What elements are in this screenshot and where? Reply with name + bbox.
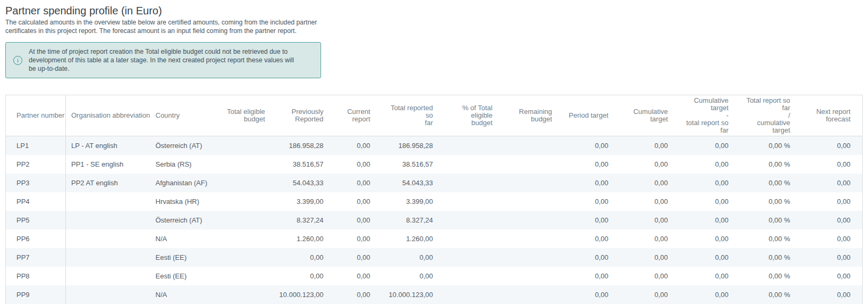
table-cell: 0,00: [620, 211, 680, 229]
table-cell: 0,00: [620, 192, 680, 211]
table-cell: 0,00: [335, 192, 382, 211]
table-cell: 0,00: [564, 192, 620, 211]
table-cell: 0,00: [680, 267, 740, 285]
table-cell: [445, 136, 504, 155]
table-cell: [445, 192, 504, 211]
table-cell: [504, 267, 564, 285]
table-cell: [224, 136, 277, 155]
table-cell: 0,00: [680, 155, 740, 174]
table-cell: PP5: [6, 211, 66, 229]
table-cell: 54.043,33: [382, 174, 445, 192]
table-cell: 0,00: [564, 155, 620, 174]
table-cell: [504, 248, 564, 267]
column-header: Partner number: [6, 95, 66, 136]
table-cell: 186.958,28: [382, 136, 445, 155]
table-cell: 0,00: [680, 174, 740, 192]
table-cell: 1.260,00: [277, 229, 335, 248]
table-cell: 0,00: [802, 248, 863, 267]
table-cell: [504, 229, 564, 248]
column-header: Cumulative target - total report so far: [680, 95, 740, 136]
table-cell: 0,00 %: [740, 136, 802, 155]
table-cell: 0,00: [564, 285, 620, 304]
table-cell: PP3: [6, 174, 66, 192]
column-header: Total eligible budget: [224, 95, 277, 136]
column-header: Current report: [335, 95, 382, 136]
table-cell: 8.327,24: [382, 211, 445, 229]
table-cell: LP1: [6, 136, 66, 155]
column-header: Next report forecast: [802, 95, 863, 136]
table-cell: [224, 174, 277, 192]
table-cell: 3.399,00: [277, 192, 335, 211]
column-header: Organisation abbreviation: [66, 95, 150, 136]
table-cell: 0,00 %: [740, 229, 802, 248]
table-cell: Hrvatska (HR): [150, 192, 224, 211]
partner-spending-table: Partner numberOrganisation abbreviationC…: [5, 95, 863, 304]
table-cell: 0,00: [680, 229, 740, 248]
table-cell: 0,00: [335, 211, 382, 229]
table-cell: 1.260,00: [382, 229, 445, 248]
table-cell: N/A: [150, 285, 224, 304]
table-cell: 0,00: [620, 285, 680, 304]
table-cell: [66, 192, 150, 211]
table-cell: 0,00: [335, 136, 382, 155]
column-header: Previously Reported: [277, 95, 335, 136]
column-header: Total report so far / cumulative target: [740, 95, 802, 136]
table-cell: 0,00: [620, 267, 680, 285]
table-cell: [445, 248, 504, 267]
column-header: Cumulative target: [620, 95, 680, 136]
table-cell: [66, 211, 150, 229]
table-cell: 0,00 %: [740, 285, 802, 304]
table-cell: [224, 285, 277, 304]
table-cell: 0,00: [802, 211, 863, 229]
table-cell: 0,00: [620, 229, 680, 248]
table-cell: 0,00 %: [740, 267, 802, 285]
table-cell: PP7: [6, 248, 66, 267]
table-row: LP1LP - AT englishÖsterreich (AT)186.958…: [6, 136, 863, 155]
table-cell: 0,00: [802, 155, 863, 174]
table-row: PP4Hrvatska (HR)3.399,000,003.399,000,00…: [6, 192, 863, 211]
table-cell: 0,00: [680, 136, 740, 155]
table-cell: [445, 285, 504, 304]
table-row: PP8Eesti (EE)0,000,000,000,000,000,000,0…: [6, 267, 863, 285]
table-cell: [66, 248, 150, 267]
table-cell: 10.000.123,00: [277, 285, 335, 304]
table-header-row: Partner numberOrganisation abbreviationC…: [6, 95, 863, 136]
table-cell: [445, 211, 504, 229]
table-row: PP3PP2 AT englishAfghanistan (AF)54.043,…: [6, 174, 863, 192]
table-cell: 38.516,57: [277, 155, 335, 174]
table-cell: 54.043,33: [277, 174, 335, 192]
table-cell: [224, 155, 277, 174]
table-cell: LP - AT english: [66, 136, 150, 155]
table-cell: 186.958,28: [277, 136, 335, 155]
table-cell: 0,00: [802, 192, 863, 211]
column-header: Period target: [564, 95, 620, 136]
table-cell: 0,00: [335, 229, 382, 248]
table-cell: 0,00: [564, 136, 620, 155]
table-cell: [66, 285, 150, 304]
table-cell: Afghanistan (AF): [150, 174, 224, 192]
table-cell: Österreich (AT): [150, 211, 224, 229]
table-cell: 38.516,57: [382, 155, 445, 174]
table-cell: 0,00: [335, 248, 382, 267]
table-cell: PP9: [6, 285, 66, 304]
table-cell: [504, 285, 564, 304]
table-body: LP1LP - AT englishÖsterreich (AT)186.958…: [6, 136, 863, 304]
table-cell: 0,00 %: [740, 248, 802, 267]
table-cell: 0,00: [802, 174, 863, 192]
partner-spending-page: Partner spending profile (in Euro) The c…: [0, 0, 868, 304]
table-cell: 0,00: [564, 174, 620, 192]
column-header: Remaining budget: [504, 95, 564, 136]
table-cell: 0,00: [620, 155, 680, 174]
table-cell: 0,00: [564, 229, 620, 248]
table-cell: 0,00: [382, 248, 445, 267]
table-cell: [66, 267, 150, 285]
table-cell: 0,00: [680, 211, 740, 229]
table-cell: N/A: [150, 229, 224, 248]
table-cell: 0,00: [620, 136, 680, 155]
info-circle-icon: i: [13, 56, 22, 65]
table-cell: [224, 248, 277, 267]
table-row: PP7Eesti (EE)0,000,000,000,000,000,000,0…: [6, 248, 863, 267]
column-header: Total reported so far: [382, 95, 445, 136]
table-cell: 8.327,24: [277, 211, 335, 229]
table-cell: [224, 229, 277, 248]
